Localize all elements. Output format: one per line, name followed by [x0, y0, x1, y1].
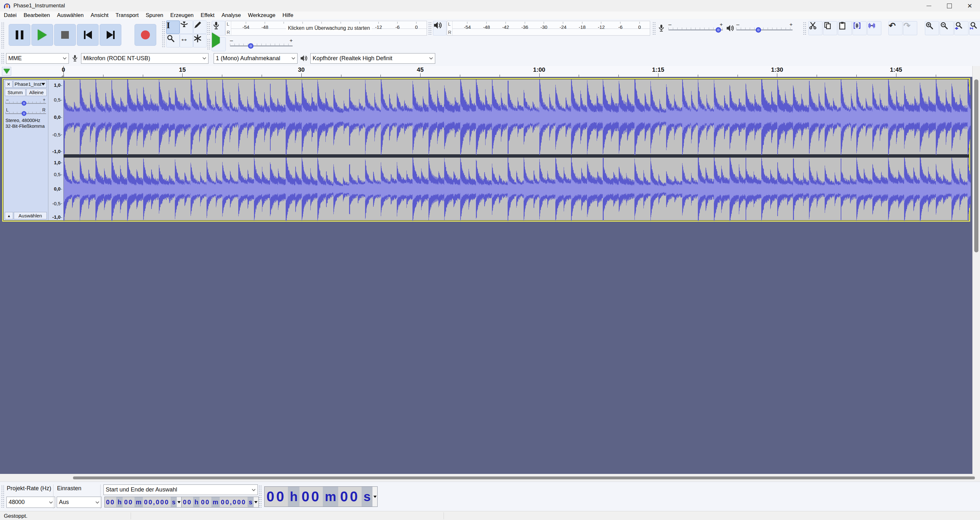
skip-to-start-button[interactable] [77, 24, 99, 46]
time-digits[interactable]: 00 [199, 497, 211, 507]
time-digits[interactable]: 00 [338, 487, 361, 507]
toolbar-grip[interactable] [207, 21, 210, 35]
pan-slider-thumb[interactable] [22, 111, 27, 116]
play-speed-slider-thumb[interactable] [248, 43, 253, 49]
maximize-button[interactable] [939, 0, 959, 11]
menu-transport[interactable]: Transport [112, 11, 142, 19]
vertical-scrollbar-thumb[interactable] [974, 80, 978, 252]
multi-tool-button[interactable] [193, 34, 207, 48]
zoom-out-button[interactable] [940, 21, 954, 35]
toolbar-grip[interactable] [652, 21, 655, 35]
play-meter-speaker-button[interactable] [433, 21, 447, 35]
playback-volume-slider[interactable]: – + [736, 23, 793, 33]
zoom-tool-button[interactable] [166, 34, 180, 48]
time-unit[interactable]: h [193, 497, 199, 507]
minimize-button[interactable] [918, 0, 939, 11]
menu-effekt[interactable]: Effekt [197, 11, 218, 19]
time-unit[interactable]: h [288, 487, 299, 507]
playback-meter[interactable]: LR -54-48-42-36-30-24-18-12-60 [447, 21, 650, 35]
playback-volume-thumb[interactable] [756, 27, 761, 33]
track-control-panel[interactable]: ✕ Phase1_Inst Stumm Alleine – + [3, 80, 48, 220]
gain-slider-thumb[interactable] [22, 101, 27, 106]
menu-werkzeuge[interactable]: Werkzeuge [244, 11, 279, 19]
vertical-scrollbar[interactable] [972, 66, 980, 474]
ruler-scale[interactable]: 01530451:001:151:301:45 [0, 66, 972, 77]
play-at-speed-button[interactable] [212, 37, 226, 51]
toolbar-grip[interactable] [1, 21, 4, 48]
snap-select[interactable]: Aus [57, 497, 102, 508]
undo-button[interactable]: ↶ [888, 21, 902, 35]
track-title-menu[interactable]: Phase1_Inst [13, 80, 47, 88]
time-digits[interactable]: 00 [105, 497, 116, 507]
select-track-button[interactable]: Auswählen [14, 212, 47, 219]
gain-slider[interactable]: – + [5, 98, 46, 106]
playback-device-select[interactable]: Kopfhörer (Realtek High Definit [310, 53, 435, 64]
time-digits[interactable]: 00 [181, 497, 193, 507]
recording-device-select[interactable]: Mikrofon (RODE NT-USB) [81, 53, 208, 64]
time-unit[interactable]: m [135, 497, 143, 507]
horizontal-scrollbar[interactable] [0, 474, 980, 482]
skip-to-end-button[interactable] [100, 24, 121, 46]
collapse-track-button[interactable]: ▲ [5, 212, 13, 219]
audio-position-display[interactable]: 00h00m00s [264, 487, 378, 507]
time-format-dropdown[interactable] [177, 497, 181, 507]
timeshift-tool-button[interactable]: ↔ [180, 34, 193, 48]
redo-button[interactable]: ↷ [903, 21, 917, 35]
time-unit[interactable]: s [171, 497, 177, 507]
selection-start-field[interactable]: 00h00m00,000s [104, 497, 182, 507]
time-digits[interactable]: 00 [264, 487, 288, 507]
time-unit[interactable]: m [212, 497, 220, 507]
pan-slider[interactable]: L R [5, 108, 46, 116]
toolbar-grip[interactable] [803, 21, 806, 35]
menu-bearbeiten[interactable]: Bearbeiten [20, 11, 54, 19]
play-button[interactable] [31, 24, 53, 46]
toolbar-grip[interactable] [1, 52, 4, 65]
menu-erzeugen[interactable]: Erzeugen [167, 11, 197, 19]
horizontal-scrollbar-thumb[interactable] [73, 477, 975, 479]
recording-volume-slider[interactable]: – + [668, 23, 723, 33]
time-digits[interactable]: 00 [299, 487, 323, 507]
menu-datei[interactable]: Datei [0, 11, 20, 19]
fit-project-button[interactable] [969, 21, 980, 35]
zoom-to-selection-button[interactable] [955, 21, 969, 35]
silence-audio-button[interactable] [867, 21, 881, 35]
time-digits[interactable]: 00,000 [143, 497, 171, 507]
envelope-tool-button[interactable] [180, 21, 193, 34]
recording-volume-thumb[interactable] [716, 27, 721, 33]
selection-end-field[interactable]: 00h00m00,000s [181, 497, 259, 507]
menu-ansicht[interactable]: Ansicht [87, 11, 112, 19]
time-format-dropdown[interactable] [372, 487, 377, 507]
time-unit[interactable]: s [248, 497, 254, 507]
draw-tool-button[interactable] [193, 21, 207, 34]
record-button[interactable] [135, 24, 156, 46]
toolbar-grip[interactable] [428, 21, 431, 35]
pause-button[interactable] [9, 24, 30, 46]
toolbar-grip[interactable] [258, 485, 262, 508]
time-format-dropdown[interactable] [254, 497, 258, 507]
toolbar-grip[interactable] [207, 38, 210, 51]
close-button[interactable]: ✕ [959, 0, 980, 11]
project-rate-select[interactable]: 48000 [6, 497, 55, 508]
cut-button[interactable] [808, 21, 822, 35]
menu-ausw-hlen[interactable]: Auswählen [54, 11, 87, 19]
stop-button[interactable] [54, 24, 76, 46]
time-digits[interactable]: 00 [123, 497, 134, 507]
monitoring-hint[interactable]: Klicken um Überwachung zu starten [286, 25, 372, 31]
copy-button[interactable] [823, 21, 837, 35]
vertical-scale-ruler[interactable]: 1,00,50,0-0,5-1,0 1,00,50,0-0,5-1,0 [48, 80, 64, 220]
time-unit[interactable]: m [323, 487, 338, 507]
play-speed-slider[interactable]: – + [230, 39, 293, 49]
timeline-ruler[interactable]: 01530451:001:151:301:45 [0, 66, 972, 78]
waveform-right-channel[interactable] [64, 157, 969, 220]
trim-audio-button[interactable] [853, 21, 867, 35]
time-digits[interactable]: 00,000 [220, 497, 248, 507]
zoom-in-button[interactable] [925, 21, 939, 35]
mute-button[interactable]: Stumm [5, 89, 25, 96]
toolbar-grip[interactable] [161, 20, 165, 47]
track-close-button[interactable]: ✕ [5, 80, 13, 88]
solo-button[interactable]: Alleine [26, 89, 47, 96]
audio-host-select[interactable]: MME [6, 53, 69, 64]
time-unit[interactable]: s [361, 487, 372, 507]
paste-button[interactable] [838, 21, 852, 35]
selection-tool-button[interactable]: I [166, 21, 180, 34]
